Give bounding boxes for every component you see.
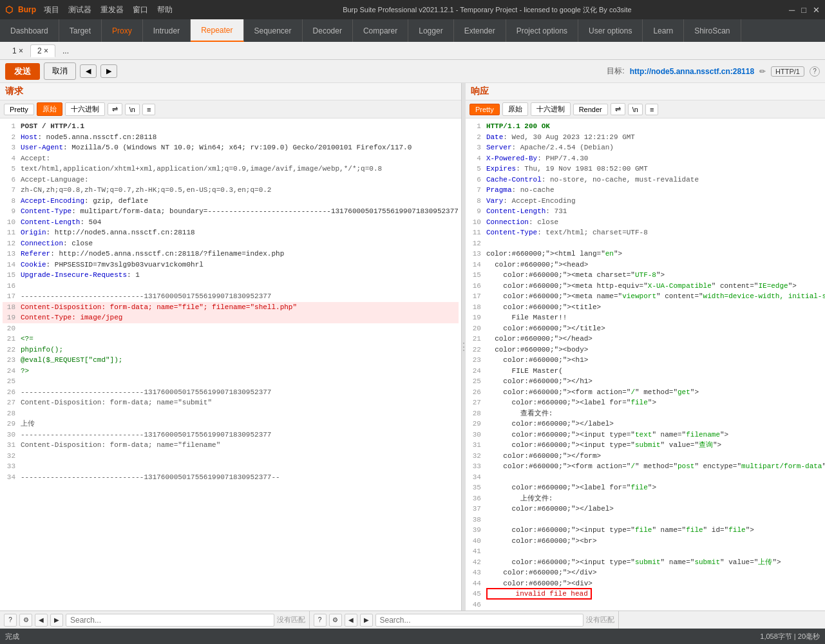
tab-target[interactable]: Target — [59, 19, 102, 42]
response-line: 22 color:#660000;"><body> — [468, 345, 825, 355]
close-button[interactable]: ✕ — [813, 5, 820, 15]
tab-user-options[interactable]: User options — [578, 19, 643, 42]
req-prev-match[interactable]: ◀ — [35, 614, 48, 627]
resp-render-btn[interactable]: Render — [573, 104, 608, 115]
req-hex-btn[interactable]: 十六进制 — [65, 102, 105, 116]
line-number: 12 — [468, 238, 481, 249]
line-number: 17 — [3, 291, 15, 302]
resp-swap-icon[interactable]: ⇌ — [611, 103, 625, 115]
line-number: 1 — [3, 121, 15, 132]
req-help-icon[interactable]: ? — [4, 614, 17, 627]
request-content[interactable]: 1POST / HTTP/1.12Host: node5.anna.nssctf… — [0, 118, 461, 611]
subtab-1[interactable]: 1 × — [5, 44, 30, 57]
response-content[interactable]: 1HTTP/1.1 200 OK2Date: Wed, 30 Aug 2023 … — [466, 118, 825, 611]
request-title: 请求 — [5, 86, 23, 97]
line-number: 28 — [468, 408, 481, 419]
resp-pretty-btn[interactable]: Pretty — [469, 104, 500, 115]
response-line: 5Expires: Thu, 19 Nov 1981 08:52:00 GMT — [468, 164, 825, 175]
resp-hex-btn[interactable]: 十六进制 — [531, 102, 571, 116]
line-number: 7 — [3, 185, 15, 196]
response-line: 28 查看文件: — [468, 408, 825, 419]
request-search-input[interactable] — [66, 614, 274, 627]
line-number: 14 — [3, 260, 15, 270]
tab-intruder[interactable]: Intruder — [143, 19, 191, 42]
minimize-button[interactable]: ─ — [789, 5, 795, 15]
response-line: 44 color:#660000;"><div> — [468, 578, 825, 589]
resp-help-icon[interactable]: ? — [314, 614, 327, 627]
tab-sequencer[interactable]: Sequencer — [244, 19, 303, 42]
request-line: 14Cookie: PHPSESSID=7mv3slg9b03vuarv1cko… — [3, 260, 459, 270]
menu-project[interactable]: 项目 — [44, 5, 59, 15]
edit-target-icon[interactable]: ✏ — [759, 67, 766, 76]
line-number: 14 — [468, 260, 481, 270]
resp-prev-match[interactable]: ◀ — [345, 614, 357, 627]
req-raw-btn[interactable]: 原始 — [37, 102, 62, 116]
resp-next-match[interactable]: ▶ — [360, 614, 373, 627]
resp-settings-icon[interactable]: ⚙ — [329, 614, 342, 627]
req-swap-icon[interactable]: ⇌ — [108, 103, 122, 115]
tab-shiroscan[interactable]: ShiroScan — [684, 19, 741, 42]
response-line: 29 color:#660000;"></label> — [468, 419, 825, 430]
resp-raw-btn[interactable]: 原始 — [502, 102, 528, 116]
request-line: 8Accept-Encoding: gzip, deflate — [3, 196, 459, 207]
line-number: 18 — [468, 302, 481, 313]
tab-logger[interactable]: Logger — [408, 19, 453, 42]
response-line: 23 color:#660000;"><h1> — [468, 355, 825, 366]
response-line: 27 color:#660000;"><label for="file"> — [468, 397, 825, 408]
line-number: 41 — [468, 546, 481, 557]
tab-learn[interactable]: Learn — [643, 19, 684, 42]
tab-comparer[interactable]: Comparer — [353, 19, 408, 42]
subtab-new[interactable]: ... — [55, 44, 76, 57]
response-line: 30 color:#660000;"><input type="text" na… — [468, 430, 825, 440]
menu-window[interactable]: 窗口 — [133, 5, 148, 15]
maximize-button[interactable]: □ — [801, 5, 806, 15]
req-next-match[interactable]: ▶ — [50, 614, 63, 627]
target-label: 目标: — [607, 66, 624, 77]
tab-project-options[interactable]: Project options — [506, 19, 578, 42]
response-line: 1HTTP/1.1 200 OK — [468, 121, 825, 132]
http-version-badge[interactable]: HTTP/1 — [771, 66, 804, 77]
resp-newline-icon[interactable]: \n — [628, 104, 643, 115]
subtab-2[interactable]: 2 × — [30, 44, 55, 57]
tab-proxy[interactable]: Proxy — [102, 19, 143, 42]
line-number: 25 — [468, 376, 481, 387]
response-line: 17 color:#660000;"><meta name="viewport"… — [468, 291, 825, 302]
response-bottom-panel: ? ⚙ ◀ ▶ 没有匹配 — [310, 611, 620, 629]
back-button[interactable]: ◀ — [80, 64, 97, 78]
request-line: 16 — [3, 281, 459, 292]
req-pretty-btn[interactable]: Pretty — [4, 104, 34, 115]
req-settings-icon[interactable]: ⚙ — [19, 614, 32, 627]
forward-button[interactable]: ▶ — [100, 64, 117, 78]
menu-repeater[interactable]: 重发器 — [100, 5, 124, 15]
line-number: 5 — [3, 164, 15, 175]
cancel-button[interactable]: 取消 — [44, 62, 76, 80]
target-url[interactable]: http://node5.anna.nssctf.cn:28118 — [630, 67, 754, 76]
request-panel: 请求 Pretty 原始 十六进制 ⇌ \n ≡ 1POST / HTTP/1.… — [0, 83, 462, 611]
line-number: 30 — [468, 430, 481, 440]
response-line: 32 color:#660000;"></form> — [468, 451, 825, 462]
tab-dashboard[interactable]: Dashboard — [0, 19, 59, 42]
send-button[interactable]: 发送 — [5, 63, 40, 80]
request-line: 18Content-Disposition: form-data; name="… — [3, 302, 459, 313]
request-line: 9Content-Type: multipart/form-data; boun… — [3, 206, 459, 217]
line-number: 16 — [468, 281, 481, 292]
resp-menu-icon[interactable]: ≡ — [645, 104, 658, 115]
menu-tester[interactable]: 测试器 — [68, 5, 91, 15]
req-menu-icon[interactable]: ≡ — [142, 104, 155, 115]
nav-tabs: Dashboard Target Proxy Intruder Repeater… — [0, 19, 825, 42]
line-number: 13 — [3, 249, 15, 260]
line-number: 31 — [3, 440, 15, 451]
request-line: 30-----------------------------131760005… — [3, 430, 459, 440]
tab-decoder[interactable]: Decoder — [303, 19, 353, 42]
menu-help[interactable]: 帮助 — [157, 5, 173, 15]
help-icon[interactable]: ? — [810, 66, 820, 77]
tab-extender[interactable]: Extender — [454, 19, 506, 42]
req-newline-icon[interactable]: \n — [125, 104, 140, 115]
line-number: 43 — [468, 567, 481, 578]
request-line: 27Content-Disposition: form-data; name="… — [3, 397, 459, 408]
response-line: 7Pragma: no-cache — [468, 185, 825, 196]
request-line: 26-----------------------------131760005… — [3, 387, 459, 398]
response-line: 36 上传文件: — [468, 493, 825, 504]
response-search-input[interactable] — [375, 614, 584, 627]
tab-repeater[interactable]: Repeater — [191, 19, 243, 42]
